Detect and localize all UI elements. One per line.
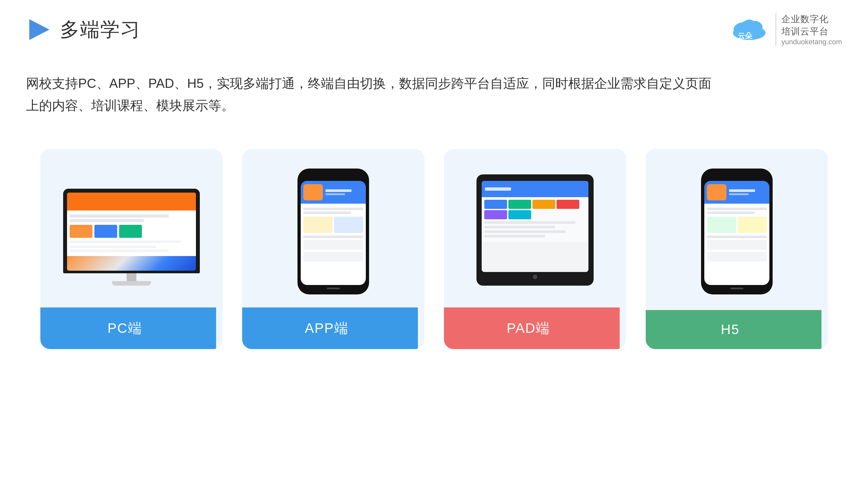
description-line2: 上的内容、培训课程、模块展示等。 bbox=[26, 94, 755, 117]
brand-logo: 云朵 企业数字化 培训云平台 yunduoketang.com bbox=[728, 13, 842, 46]
cards-section: PC端 bbox=[0, 117, 868, 349]
pad-device-image bbox=[457, 168, 613, 286]
app-phone bbox=[298, 168, 369, 294]
h5-button[interactable]: H5 bbox=[646, 310, 822, 349]
brand-tagline: 培训云平台 bbox=[781, 25, 842, 38]
card-pc: PC端 bbox=[40, 149, 223, 349]
app-device-image bbox=[255, 168, 411, 294]
card-pad: PAD端 bbox=[444, 149, 626, 349]
page-title: 多端学习 bbox=[60, 17, 141, 43]
card-h5: H5 bbox=[646, 149, 828, 349]
cloud-icon: 云朵 bbox=[728, 15, 770, 44]
brand-name: 企业数字化 bbox=[781, 13, 842, 25]
svg-text:云朵: 云朵 bbox=[738, 32, 752, 40]
description-line1: 网校支持PC、APP、PAD、H5，实现多端打通，终端自由切换，数据同步跨平台自… bbox=[26, 72, 755, 94]
pc-monitor bbox=[63, 189, 200, 286]
app-button[interactable]: APP端 bbox=[242, 307, 418, 349]
brand-text: 企业数字化 培训云平台 yunduoketang.com bbox=[776, 13, 842, 46]
h5-device-image bbox=[659, 168, 815, 294]
pc-device-image bbox=[53, 168, 210, 286]
svg-marker-0 bbox=[29, 19, 50, 40]
h5-phone bbox=[701, 168, 773, 294]
description: 网校支持PC、APP、PAD、H5，实现多端打通，终端自由切换，数据同步跨平台自… bbox=[0, 46, 781, 117]
header-right: 云朵 企业数字化 培训云平台 yunduoketang.com bbox=[728, 13, 842, 46]
card-app: APP端 bbox=[242, 149, 425, 349]
header: 多端学习 云朵 企业数字化 bbox=[0, 0, 868, 46]
pad-button[interactable]: PAD端 bbox=[444, 307, 620, 349]
header-left: 多端学习 bbox=[26, 17, 141, 43]
play-triangle-icon bbox=[26, 17, 52, 43]
pc-button[interactable]: PC端 bbox=[40, 307, 216, 349]
pad-tablet bbox=[476, 174, 594, 286]
brand-url: yunduoketang.com bbox=[781, 38, 842, 46]
